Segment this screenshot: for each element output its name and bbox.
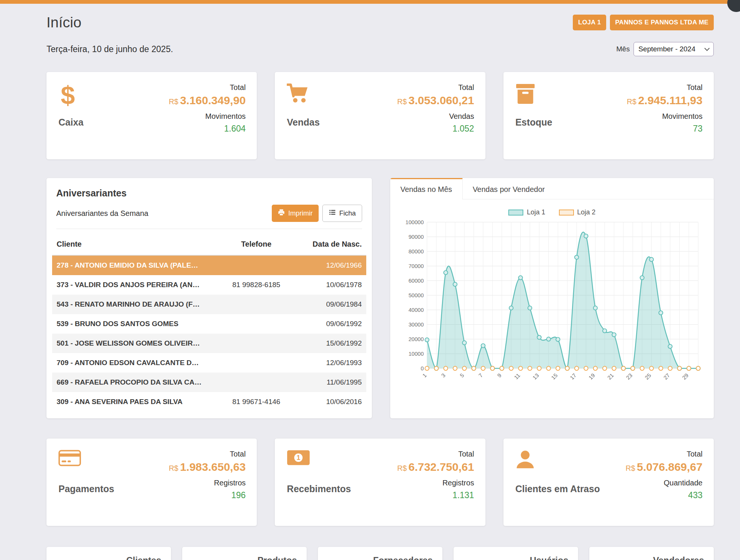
svg-text:29: 29 <box>681 372 690 381</box>
current-date: Terça-feira, 10 de junho de 2025. <box>46 44 173 54</box>
month-label: Mês <box>616 45 630 53</box>
count-label: Movimentos <box>205 112 246 121</box>
birthdays-table: Cliente Telefone Data de Nasc. 278 - ANT… <box>52 234 366 412</box>
svg-text:50000: 50000 <box>409 292 424 298</box>
store-button[interactable]: LOJA 1 <box>573 15 606 30</box>
total-label: Total <box>687 450 703 458</box>
stat-name: Caixa <box>58 117 84 128</box>
ficha-button[interactable]: Ficha <box>322 205 362 222</box>
printer-icon <box>278 209 285 218</box>
currency-prefix: R$ <box>397 97 407 106</box>
entity-card-name: Usuários <box>463 555 568 560</box>
phone-cell <box>216 255 297 275</box>
count-value: 196 <box>231 490 246 500</box>
stat-card-clientes-em-atraso: Clientes em Atraso Total R$ 5.076.869,67… <box>503 439 714 526</box>
tab-vendas-no-mes[interactable]: Vendas no Mês <box>390 178 463 199</box>
print-button[interactable]: Imprimir <box>272 205 319 222</box>
birthdate-cell: 15/06/1992 <box>297 334 366 353</box>
svg-text:60000: 60000 <box>409 278 424 284</box>
svg-text:7: 7 <box>478 372 484 379</box>
stat-name: Estoque <box>515 117 553 128</box>
total-amount: 6.732.750,61 <box>408 461 474 473</box>
table-row[interactable]: 309 - ANA SEVERINA PAES DA SILVA 81 9967… <box>52 392 366 412</box>
count-label: Quantidade <box>664 479 703 487</box>
client-cell: 501 - JOSE WELISSON GOMES OLIVEIR… <box>52 334 216 353</box>
svg-text:11: 11 <box>513 372 521 380</box>
entity-card-fornecedores: Fornecedores <box>318 547 442 560</box>
company-button[interactable]: PANNOS E PANNOS LTDA ME <box>610 15 714 30</box>
stat-card-vendas: Vendas Total R$ 3.053.060,21 Vendas 1.05… <box>275 72 485 159</box>
loja2-swatch <box>559 210 574 216</box>
phone-cell <box>216 295 297 314</box>
money-bill-icon: 1 <box>287 450 351 478</box>
person-icon <box>515 450 600 478</box>
table-row[interactable]: 278 - ANTONIO EMIDIO DA SILVA (PALE… 12/… <box>52 255 366 275</box>
month-select[interactable]: September - 2024 <box>634 42 714 56</box>
svg-text:13: 13 <box>532 372 540 381</box>
ficha-button-label: Ficha <box>339 210 356 217</box>
currency-prefix: R$ <box>169 464 178 472</box>
birthdate-cell: 10/06/1978 <box>297 275 366 295</box>
birthdays-title: Aniversariantes <box>56 188 362 199</box>
total-value: R$ 1.983.650,63 <box>169 461 246 473</box>
currency-prefix: R$ <box>626 464 635 472</box>
entity-card-vendedores: Vendedores <box>589 547 714 560</box>
birthdate-cell: 12/06/1966 <box>297 255 366 275</box>
stat-card-caixa: $ Caixa Total R$ 3.160.349,90 Movimentos… <box>46 72 257 159</box>
loja1-swatch <box>508 210 523 216</box>
sales-chart-card: Vendas no Mês Vendas por Vendedor Loja 1… <box>390 178 714 418</box>
col-data-nasc: Data de Nasc. <box>297 234 366 255</box>
svg-text:0: 0 <box>421 365 424 371</box>
birthdays-subtitle: Aniversariantes da Semana <box>56 209 148 218</box>
table-row[interactable]: 501 - JOSE WELISSON GOMES OLIVEIR… 15/06… <box>52 334 366 353</box>
count-label: Movimentos <box>662 112 703 121</box>
total-amount: 3.053.060,21 <box>408 94 474 106</box>
dashboard-page: Início LOJA 1 PANNOS E PANNOS LTDA ME Te… <box>0 0 740 560</box>
svg-text:3: 3 <box>440 372 446 379</box>
svg-text:100000: 100000 <box>406 219 424 225</box>
count-label: Registros <box>442 479 474 487</box>
bottom-stats-row: Pagamentos Total R$ 1.983.650,63 Registr… <box>46 439 714 526</box>
phone-cell <box>216 334 297 353</box>
phone-cell <box>216 314 297 334</box>
main-content: Início LOJA 1 PANNOS E PANNOS LTDA ME Te… <box>0 4 740 560</box>
birthdate-cell: 12/06/1993 <box>297 353 366 373</box>
tab-vendas-por-vendedor[interactable]: Vendas por Vendedor <box>463 178 555 199</box>
legend-item-loja1[interactable]: Loja 1 <box>508 208 545 216</box>
phone-cell <box>216 373 297 392</box>
count-value: 1.131 <box>452 490 474 500</box>
table-row[interactable]: 709 - ANTONIO EDSON CAVALCANTE D… 12/06/… <box>52 353 366 373</box>
total-value: R$ 2.945.111,93 <box>627 94 703 107</box>
count-label: Vendas <box>449 112 474 121</box>
header-buttons: LOJA 1 PANNOS E PANNOS LTDA ME <box>573 15 714 30</box>
table-row[interactable]: 539 - BRUNO DOS SANTOS GOMES 09/06/1992 <box>52 314 366 334</box>
total-value: R$ 6.732.750,61 <box>397 461 474 473</box>
table-row[interactable]: 373 - VALDIR DOS ANJOS PEREIRA (AN… 81 9… <box>52 275 366 295</box>
legend-item-loja2[interactable]: Loja 2 <box>559 208 596 216</box>
table-row[interactable]: 669 - RAFAELA PROCOPIO DA SILVA CA… 11/0… <box>52 373 366 392</box>
svg-text:15: 15 <box>550 372 559 381</box>
total-label: Total <box>458 83 474 92</box>
currency-prefix: R$ <box>627 97 637 106</box>
total-amount: 1.983.650,63 <box>180 461 246 473</box>
currency-prefix: R$ <box>169 97 178 106</box>
svg-text:40000: 40000 <box>409 307 424 313</box>
svg-text:27: 27 <box>662 372 671 381</box>
entity-card-name: Fornecedores <box>328 555 433 560</box>
phone-cell: 81 99828-6185 <box>216 275 297 295</box>
total-amount: 3.160.349,90 <box>180 94 246 106</box>
svg-text:19: 19 <box>587 372 596 381</box>
total-amount: 5.076.869,67 <box>637 461 703 473</box>
table-row[interactable]: 543 - RENATO MARINHO DE ARAUJO (F… 09/06… <box>52 295 366 314</box>
chart-legend: Loja 1 Loja 2 <box>398 208 706 216</box>
chevron-down-icon <box>704 45 710 51</box>
total-value: R$ 5.076.869,67 <box>626 461 703 473</box>
total-label: Total <box>230 450 246 458</box>
svg-text:20000: 20000 <box>409 336 424 342</box>
phone-cell <box>216 353 297 373</box>
svg-text:9: 9 <box>496 372 503 379</box>
month-select-value: September - 2024 <box>638 45 695 53</box>
credit-card-icon <box>58 450 114 478</box>
svg-text:21: 21 <box>606 372 615 381</box>
svg-text:30000: 30000 <box>409 322 424 328</box>
